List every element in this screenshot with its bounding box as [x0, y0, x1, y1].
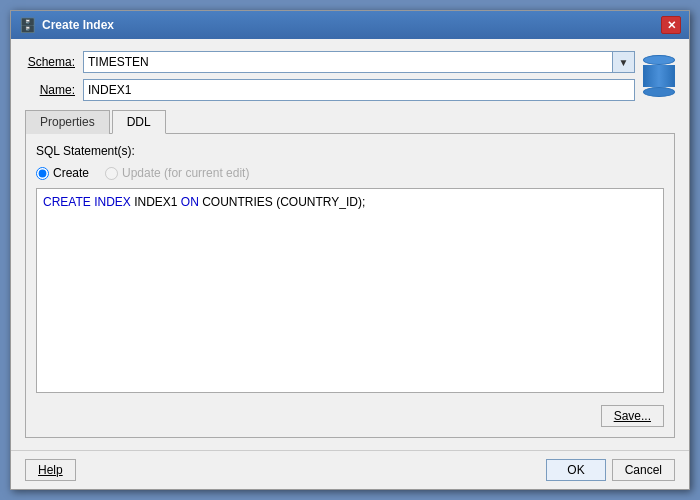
schema-label: Schema:	[25, 55, 75, 69]
save-row: Save...	[36, 401, 664, 427]
update-radio	[105, 167, 118, 180]
sql-editor[interactable]: CREATE INDEX INDEX1 ON COUNTRIES (COUNTR…	[36, 188, 664, 393]
create-radio-item: Create	[36, 166, 89, 180]
tab-strip: Properties DDL	[25, 109, 675, 134]
name-input[interactable]	[83, 79, 635, 101]
sql-statements-label: SQL Statement(s):	[36, 144, 664, 158]
schema-row: Schema: ▼	[25, 51, 635, 73]
create-index-dialog: 🗄️ Create Index ✕ Schema: ▼ Name:	[10, 10, 690, 490]
cyl-top	[643, 55, 675, 65]
title-db-icon: 🗄️	[19, 17, 36, 33]
close-button[interactable]: ✕	[661, 16, 681, 34]
tab-ddl-content: SQL Statement(s): Create Update (for cur…	[25, 134, 675, 438]
tab-properties[interactable]: Properties	[25, 110, 110, 134]
cyl-body	[643, 65, 675, 87]
form-area: Schema: ▼ Name:	[25, 51, 675, 101]
dialog-body: Schema: ▼ Name:	[11, 39, 689, 450]
form-fields: Schema: ▼ Name:	[25, 51, 635, 101]
tab-ddl[interactable]: DDL	[112, 110, 166, 134]
create-radio-label: Create	[53, 166, 89, 180]
create-radio[interactable]	[36, 167, 49, 180]
sql-keyword-on: ON	[181, 195, 199, 209]
title-bar-left: 🗄️ Create Index	[19, 17, 114, 33]
name-row: Name:	[25, 79, 635, 101]
tabs-section: Properties DDL SQL Statement(s): Create	[25, 109, 675, 438]
title-bar: 🗄️ Create Index ✕	[11, 11, 689, 39]
update-radio-label: Update (for current edit)	[122, 166, 249, 180]
ok-button[interactable]: OK	[546, 459, 605, 481]
cyl-bottom	[643, 87, 675, 97]
dialog-title: Create Index	[42, 18, 114, 32]
db-icon-large	[643, 55, 675, 97]
schema-input[interactable]	[83, 51, 613, 73]
save-button[interactable]: Save...	[601, 405, 664, 427]
dialog-footer: Help OK Cancel	[11, 450, 689, 489]
schema-dropdown-arrow[interactable]: ▼	[613, 51, 635, 73]
help-button[interactable]: Help	[25, 459, 76, 481]
radio-row: Create Update (for current edit)	[36, 166, 664, 180]
sql-text-body: INDEX1	[131, 195, 181, 209]
schema-select-wrapper: ▼	[83, 51, 635, 73]
update-radio-item: Update (for current edit)	[105, 166, 249, 180]
cancel-button[interactable]: Cancel	[612, 459, 675, 481]
name-label: Name:	[25, 83, 75, 97]
sql-keyword-create: CREATE	[43, 195, 91, 209]
sql-keyword-index: INDEX	[94, 195, 131, 209]
footer-right: OK Cancel	[546, 459, 675, 481]
